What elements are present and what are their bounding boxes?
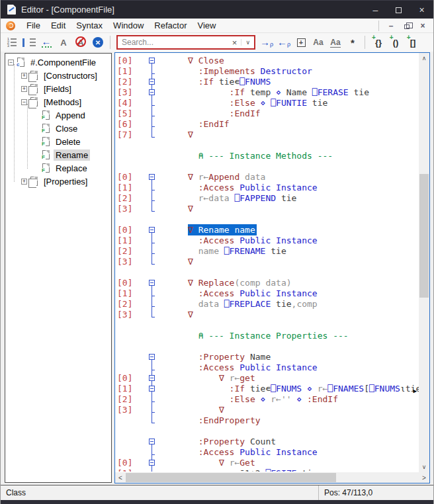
search-clear-icon[interactable]: × (228, 38, 241, 48)
menu-edit[interactable]: Edit (46, 19, 71, 32)
collapse-icon[interactable]: − (21, 99, 27, 105)
goto-line-icon[interactable]: ← (38, 34, 55, 50)
fold-gutter[interactable] (147, 235, 157, 246)
code-line[interactable] (115, 140, 419, 151)
menu-file[interactable]: File (21, 19, 46, 32)
fold-gutter[interactable] (147, 341, 157, 352)
match-case-icon[interactable]: Aa (310, 34, 327, 50)
code-line[interactable]: ⍝ --- Instance Properties --- (115, 331, 419, 341)
fold-gutter[interactable] (147, 331, 157, 341)
code-line[interactable] (115, 267, 419, 278)
fold-gutter[interactable] (147, 384, 157, 394)
code-line[interactable]: [7]∇ (115, 130, 419, 140)
tree-item-close[interactable]: FClose (5, 122, 111, 135)
match-braces-icon[interactable]: {} (369, 34, 386, 50)
fold-gutter[interactable] (147, 447, 157, 458)
vertical-scroll-thumb[interactable] (419, 174, 429, 298)
fold-gutter[interactable] (147, 415, 157, 426)
code-line[interactable]: :Property Count (115, 437, 419, 447)
code-line[interactable]: [1] r←¯1+2⊃⎕FSIZE tie (115, 468, 419, 472)
horizontal-scroll-thumb[interactable] (126, 473, 336, 482)
fold-gutter[interactable] (147, 373, 157, 384)
uncomment-text-icon[interactable]: A (72, 34, 89, 50)
code-line[interactable]: [1] :If tie∊⎕FNUMS ⋄ r←⎕FNAMES[⎕FNUMS⍳ti… (115, 384, 419, 394)
code-line[interactable]: [1] :Access Public Instance (115, 288, 419, 299)
code-line[interactable]: [5] :EndIf (115, 108, 419, 119)
scroll-right-icon[interactable]: > (419, 472, 429, 483)
menu-syntax[interactable]: Syntax (71, 19, 108, 32)
close-editor-icon[interactable]: ✕ (89, 34, 107, 50)
scroll-up-icon[interactable]: ∧ (419, 53, 429, 63)
expand-all-icon[interactable]: + (292, 34, 310, 50)
fold-gutter[interactable] (147, 56, 157, 66)
code-line[interactable]: [0]∇ Replace(comp data) (115, 278, 419, 288)
match-parens-icon[interactable]: () (386, 34, 403, 50)
toggle-outline-view-icon[interactable]: 123 (21, 34, 38, 50)
code-line[interactable]: [4] :Else ⋄ ⎕FUNTIE tie (115, 98, 419, 108)
menu-refactor[interactable]: Refactor (149, 19, 192, 32)
code-line[interactable]: [0]∇ Rename name (115, 225, 419, 235)
fold-gutter[interactable] (147, 310, 157, 320)
fold-gutter[interactable] (147, 362, 157, 373)
close-button[interactable]: × (410, 1, 433, 19)
code-line[interactable]: [1] :Access Public Instance (115, 235, 419, 246)
fold-gutter[interactable] (147, 352, 157, 362)
code-line[interactable]: [3]∇ (115, 204, 419, 214)
minimize-button[interactable]: – (364, 1, 387, 19)
fold-gutter[interactable] (147, 87, 157, 98)
search-dropdown-icon[interactable]: ∨ (241, 39, 254, 46)
code-line[interactable]: :Access Public Instance (115, 447, 419, 458)
fold-gutter[interactable] (147, 257, 157, 267)
fold-gutter[interactable] (147, 214, 157, 225)
code-line[interactable]: :Access Public Instance (115, 362, 419, 373)
fold-gutter[interactable] (147, 299, 157, 310)
fold-gutter[interactable] (147, 320, 157, 331)
code-line[interactable] (115, 161, 419, 172)
tree-item-rename[interactable]: FRename (5, 148, 111, 161)
tree-item-methods[interactable]: −[Methods] (5, 95, 111, 108)
code-line[interactable]: ⍝ --- Instance Methods --- (115, 151, 419, 161)
vertical-scrollbar[interactable]: ∧ ∨ (419, 53, 429, 472)
fold-gutter[interactable] (147, 458, 157, 468)
code-line[interactable]: [2] data ⎕FREPLACE tie,comp (115, 299, 419, 310)
search-prev-icon[interactable]: ←ρ (275, 34, 292, 50)
code-line[interactable]: [3]∇ (115, 257, 419, 267)
code-line[interactable]: [2] r←data ⎕FAPPEND tie (115, 193, 419, 204)
match-whole-word-icon[interactable]: Aa (327, 34, 344, 50)
fold-gutter[interactable] (147, 437, 157, 447)
fold-gutter[interactable] (147, 278, 157, 288)
fold-gutter[interactable] (147, 225, 157, 235)
mdi-restore-button[interactable] (399, 21, 415, 30)
mdi-minimize-button[interactable]: – (383, 21, 399, 30)
menu-view[interactable]: View (193, 19, 222, 32)
fold-gutter[interactable] (147, 204, 157, 214)
expand-icon[interactable]: + (21, 179, 27, 185)
fold-gutter[interactable] (147, 426, 157, 437)
code-line[interactable] (115, 341, 419, 352)
fold-gutter[interactable] (147, 98, 157, 108)
horizontal-scrollbar[interactable]: < > (115, 472, 429, 483)
code-line[interactable]: [3] ∇ (115, 405, 419, 415)
fold-gutter[interactable] (147, 193, 157, 204)
toggle-line-numbers-icon[interactable]: 123 (3, 34, 21, 50)
code-editor[interactable]: [0]∇ Close[1] :Implements Destructor[2] … (115, 53, 419, 472)
fold-gutter[interactable] (147, 151, 157, 161)
use-regex-icon[interactable]: * (344, 34, 361, 50)
code-line[interactable]: [0] ∇ r←get (115, 373, 419, 384)
scroll-down-icon[interactable]: ∨ (419, 462, 429, 472)
code-line[interactable]: [3] :If temp ⋄ Name ⎕FERASE tie (115, 87, 419, 98)
code-line[interactable] (115, 426, 419, 437)
code-line[interactable]: [1] :Implements Destructor (115, 66, 419, 77)
tree-item-append[interactable]: FAppend (5, 108, 111, 122)
scroll-left-icon[interactable]: < (115, 472, 126, 483)
fold-gutter[interactable] (147, 394, 157, 405)
fold-gutter[interactable] (147, 66, 157, 77)
tree-item-componentfile[interactable]: −c#.ComponentFile (5, 56, 111, 69)
code-line[interactable]: [3]∇ (115, 310, 419, 320)
fold-gutter[interactable] (147, 108, 157, 119)
maximize-button[interactable] (387, 1, 410, 19)
code-line[interactable]: [0]∇ r←Append data (115, 172, 419, 183)
expand-icon[interactable]: + (21, 86, 27, 92)
code-line[interactable]: [2] :Else ⋄ r←'' ⋄ :EndIf (115, 394, 419, 405)
tree-item-delete[interactable]: FDelete (5, 135, 111, 148)
